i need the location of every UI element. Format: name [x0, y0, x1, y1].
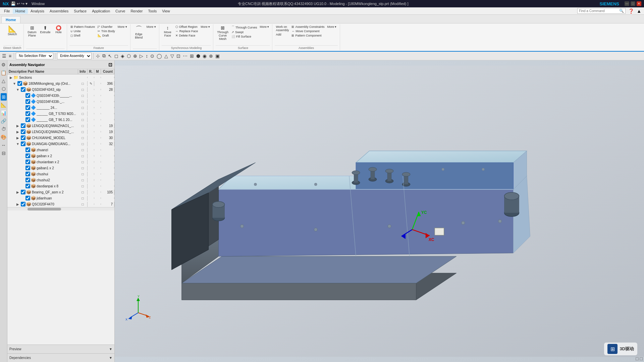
expand-c6[interactable]: ▶ [15, 190, 20, 194]
sidebar-icon-measure[interactable]: 📐 [0, 101, 7, 109]
expand-c5[interactable]: ▼ [15, 142, 20, 146]
tree-item-c6[interactable]: ▶ 📦 Bearing_QF_asm x 2 □ 105 [7, 189, 114, 195]
minimize-button[interactable]: — [625, 1, 629, 6]
tree-item-c5[interactable]: ▼ 📦 DUANGAI-QIMIDUANG... □ 32 [7, 141, 114, 147]
dependencies-expand-icon[interactable]: ▼ [109, 356, 112, 360]
command-search-input[interactable] [579, 9, 619, 13]
status-icon-1[interactable]: □ [636, 356, 638, 361]
tree-item-c1d[interactable]: 🔷 ______ GB_T 5783 M20... □ [7, 111, 114, 117]
replace-face-button[interactable]: ↔ Replace Face [174, 29, 199, 33]
selection-filter-select[interactable]: No Selection Filter [16, 53, 53, 59]
hole-button[interactable]: ⭕ Hole [53, 25, 65, 35]
c5c-checkbox[interactable] [25, 160, 30, 164]
menu-toggle-icon[interactable]: ☰ [1, 53, 7, 59]
tree-item-c5b[interactable]: 📦 gaiban x 2 □ [7, 153, 114, 159]
menu-surface[interactable]: Surface [71, 8, 89, 14]
c1c-checkbox[interactable] [25, 105, 30, 110]
menu-file[interactable]: File [1, 8, 13, 14]
help-icon[interactable]: ❓ [627, 8, 635, 14]
tree-item-c1[interactable]: ▼ 📦 QSD034F4343_stp □ 28 [7, 86, 114, 93]
view-icon6[interactable]: ↕ [145, 53, 149, 59]
view-icon8[interactable]: ◯ [156, 53, 163, 59]
save-icon[interactable]: 💾 [11, 1, 16, 6]
sidebar-icon-network[interactable]: 🔗 [0, 117, 7, 125]
tree-item-c1b[interactable]: 🔷 QSE034F4338-_... □ [7, 99, 114, 105]
sidebar-icon-arrow[interactable]: ↔ [0, 141, 7, 149]
preview-expand-icon[interactable]: ▼ [109, 347, 112, 351]
menu-view[interactable]: View [159, 8, 173, 14]
c5f-checkbox[interactable] [25, 178, 30, 182]
menu-icon2[interactable]: ≡ [8, 53, 12, 59]
redo-icon[interactable]: ↪ [21, 1, 24, 6]
status-icon-2[interactable]: □ [640, 356, 643, 361]
surface-more-button[interactable]: More ▾ [259, 25, 270, 29]
sidebar-icon-shapes[interactable]: △ [1, 77, 6, 84]
c1b-checkbox[interactable] [25, 99, 30, 104]
tree-item-c5a[interactable]: 📦 zhuanzi □ [7, 147, 114, 153]
c1-checkbox[interactable] [21, 87, 25, 92]
tree-item-sections[interactable]: ▶ 📁 Sections [7, 74, 114, 80]
tree-item-c5d[interactable]: 📦 gaiban1 x 2 □ [7, 165, 114, 171]
scrollbar-thumb[interactable] [28, 208, 61, 210]
tree-item-c8[interactable]: ▶ 📦 QSC020F4470 □ 7 [7, 201, 114, 207]
c5a-checkbox[interactable] [25, 147, 30, 152]
shell-button[interactable]: ◻ Shell [69, 34, 96, 38]
c7-checkbox[interactable] [25, 196, 30, 200]
sidebar-icon-time[interactable]: ⏱ [0, 125, 7, 133]
sidebar-icon-layers[interactable]: 📋 [0, 69, 7, 76]
view-icon5[interactable]: ▷ [139, 53, 144, 59]
root-checkbox[interactable] [17, 81, 22, 86]
dependencies-section[interactable]: Dependencies ▼ [7, 353, 114, 362]
view-icon10[interactable]: ▽ [170, 53, 175, 59]
snap-icon[interactable]: ⊹ [95, 53, 101, 59]
trim-body-button[interactable]: ✂ Trim Body [97, 29, 116, 33]
tree-item-c2[interactable]: ▶ 📦 LENGQUEQIWAIZHAO1_... □ 19 [7, 123, 114, 129]
preview-section[interactable]: Preview ▼ [7, 345, 114, 353]
c5d-checkbox[interactable] [25, 166, 30, 170]
view-icon13[interactable]: ⊞ [189, 53, 195, 59]
tree-item-c5e[interactable]: 📦 chushui □ [7, 171, 114, 177]
add-button[interactable]: Add [275, 33, 290, 37]
feature-more-button[interactable]: More ▾ [117, 25, 128, 29]
assembly-constraints-button[interactable]: ⊞ Assembly Constraints [290, 25, 325, 29]
ribbon-minimize-icon[interactable]: ▲ [635, 8, 643, 14]
view-icon4[interactable]: ⊕ [132, 53, 138, 59]
offset-region-button[interactable]: ⬡ Offset Region [174, 25, 199, 29]
tree-item-c3[interactable]: ▶ 📦 LENGQUEQIWAIZHAO2_... □ 19 [7, 129, 114, 135]
view-icon9[interactable]: △ [164, 53, 169, 59]
tree-item-c7[interactable]: 📦 jidianhuan □ [7, 195, 114, 201]
tree-item-c1c[interactable]: 🔷 _______ 24... □ [7, 105, 114, 111]
edge-blend-button[interactable]: ⌒ EdgeBlend [133, 25, 145, 40]
menu-application[interactable]: Application [89, 8, 113, 14]
through-curves-button[interactable]: ⌒ Through Curves [230, 25, 258, 30]
c1a-checkbox[interactable] [25, 93, 30, 98]
close-button[interactable]: ✕ [637, 1, 641, 6]
c5-checkbox[interactable] [21, 141, 25, 146]
window-menu[interactable]: Window [30, 2, 47, 6]
tree-item-c5f[interactable]: 📦 chushui2 □ [7, 177, 114, 183]
menu-analysis[interactable]: Analysis [28, 8, 47, 14]
view-icon14[interactable]: ⬢ [196, 53, 201, 59]
undo-icon[interactable]: ↩ [17, 1, 20, 6]
sketch-button[interactable]: 📐 Sketch [6, 25, 18, 37]
tree-item-root[interactable]: ▼ 📦 180MWkongleng_stp (Ord... □ ✎ 396 [7, 80, 114, 86]
c8-checkbox[interactable] [21, 202, 25, 206]
menu-tools[interactable]: Tools [145, 8, 159, 14]
datum-plane-button[interactable]: ⊞ DatumPlane [26, 25, 38, 38]
menu-assemblies[interactable]: Assemblies [47, 8, 71, 14]
expand-sections[interactable]: ▶ [9, 76, 13, 79]
c5b-checkbox[interactable] [25, 154, 30, 158]
3d-viewport[interactable]: YC XC Y Z X ⊞ [115, 60, 644, 362]
view-icon17[interactable]: ▣ [215, 53, 220, 59]
c4-checkbox[interactable] [21, 135, 25, 140]
fill-surface-button[interactable]: ⬜ Fill Surface [230, 35, 258, 39]
pattern-feature-button[interactable]: ⊞ Pattern Feature [69, 25, 96, 29]
maximize-button[interactable]: □ [631, 1, 635, 6]
swept-button[interactable]: ↗ Swept [230, 30, 258, 34]
work-on-assembly-button[interactable]: Work onAssembly [275, 25, 290, 32]
c2-checkbox[interactable] [21, 123, 25, 128]
c5e-checkbox[interactable] [25, 172, 30, 176]
through-curve-mesh-button[interactable]: ⊠ ThroughCurveMesh [216, 25, 230, 41]
expand-c2[interactable]: ▶ [15, 124, 20, 128]
sidebar-icon-analysis[interactable]: 📊 [0, 109, 7, 117]
